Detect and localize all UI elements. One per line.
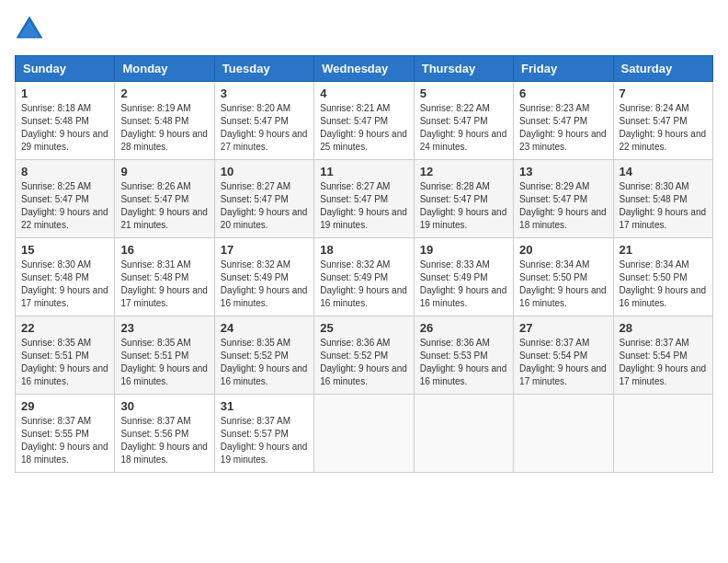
calendar-day-cell: 24 Sunrise: 8:35 AMSunset: 5:52 PMDaylig… (214, 316, 313, 395)
calendar-day-cell: 21 Sunrise: 8:34 AMSunset: 5:50 PMDaylig… (613, 238, 712, 316)
day-info: Sunrise: 8:27 AMSunset: 5:47 PMDaylight:… (221, 181, 308, 230)
calendar-day-cell: 3 Sunrise: 8:20 AMSunset: 5:47 PMDayligh… (214, 82, 313, 160)
day-number: 9 (120, 165, 208, 178)
day-number: 13 (519, 165, 607, 178)
calendar-day-cell (414, 395, 513, 473)
calendar-day-cell: 9 Sunrise: 8:26 AMSunset: 5:47 PMDayligh… (115, 160, 214, 238)
calendar-day-cell: 29 Sunrise: 8:37 AMSunset: 5:55 PMDaylig… (16, 395, 115, 473)
day-info: Sunrise: 8:37 AMSunset: 5:54 PMDaylight:… (620, 338, 707, 386)
day-number: 20 (519, 243, 607, 257)
day-info: Sunrise: 8:21 AMSunset: 5:47 PMDaylight:… (320, 103, 407, 152)
calendar-header-cell: Tuesday (214, 56, 313, 82)
logo (15, 15, 48, 44)
calendar-day-cell (514, 395, 613, 473)
day-info: Sunrise: 8:35 AMSunset: 5:52 PMDaylight:… (221, 338, 308, 386)
day-number: 1 (21, 86, 108, 100)
calendar-header-cell: Wednesday (314, 56, 414, 82)
day-number: 24 (221, 321, 308, 335)
day-number: 3 (221, 86, 308, 100)
calendar-day-cell: 2 Sunrise: 8:19 AMSunset: 5:48 PMDayligh… (115, 82, 214, 160)
calendar-day-cell: 18 Sunrise: 8:32 AMSunset: 5:49 PMDaylig… (314, 238, 414, 316)
day-info: Sunrise: 8:32 AMSunset: 5:49 PMDaylight:… (221, 259, 308, 308)
day-info: Sunrise: 8:19 AMSunset: 5:48 PMDaylight:… (120, 103, 208, 152)
calendar-week-row: 8 Sunrise: 8:25 AMSunset: 5:47 PMDayligh… (16, 160, 713, 238)
calendar-day-cell: 22 Sunrise: 8:35 AMSunset: 5:51 PMDaylig… (16, 316, 115, 395)
calendar-week-row: 15 Sunrise: 8:30 AMSunset: 5:48 PMDaylig… (16, 238, 713, 316)
calendar-header-cell: Saturday (613, 56, 712, 82)
day-number: 5 (420, 86, 507, 100)
calendar-day-cell: 31 Sunrise: 8:37 AMSunset: 5:57 PMDaylig… (214, 395, 313, 473)
day-info: Sunrise: 8:37 AMSunset: 5:55 PMDaylight:… (21, 416, 108, 465)
day-number: 12 (420, 165, 507, 178)
day-info: Sunrise: 8:25 AMSunset: 5:47 PMDaylight:… (21, 181, 108, 230)
day-number: 8 (21, 165, 108, 178)
day-info: Sunrise: 8:35 AMSunset: 5:51 PMDaylight:… (120, 338, 208, 386)
day-info: Sunrise: 8:36 AMSunset: 5:53 PMDaylight:… (420, 338, 507, 386)
day-info: Sunrise: 8:29 AMSunset: 5:47 PMDaylight:… (519, 181, 607, 230)
calendar-day-cell: 28 Sunrise: 8:37 AMSunset: 5:54 PMDaylig… (613, 316, 712, 395)
day-info: Sunrise: 8:37 AMSunset: 5:57 PMDaylight:… (221, 416, 308, 465)
day-number: 19 (420, 243, 507, 257)
day-info: Sunrise: 8:24 AMSunset: 5:47 PMDaylight:… (620, 103, 707, 152)
day-number: 11 (320, 165, 407, 178)
calendar-day-cell: 20 Sunrise: 8:34 AMSunset: 5:50 PMDaylig… (514, 238, 613, 316)
day-number: 26 (420, 321, 507, 335)
day-info: Sunrise: 8:23 AMSunset: 5:47 PMDaylight:… (519, 103, 607, 152)
calendar-week-row: 1 Sunrise: 8:18 AMSunset: 5:48 PMDayligh… (16, 82, 713, 160)
day-number: 17 (221, 243, 308, 257)
day-info: Sunrise: 8:18 AMSunset: 5:48 PMDaylight:… (21, 103, 108, 152)
day-number: 4 (320, 86, 407, 100)
day-number: 2 (120, 86, 208, 100)
day-info: Sunrise: 8:32 AMSunset: 5:49 PMDaylight:… (320, 259, 407, 308)
day-number: 25 (320, 321, 407, 335)
day-info: Sunrise: 8:34 AMSunset: 5:50 PMDaylight:… (620, 259, 707, 308)
calendar-body: 1 Sunrise: 8:18 AMSunset: 5:48 PMDayligh… (16, 82, 713, 473)
day-number: 15 (21, 243, 108, 257)
day-info: Sunrise: 8:34 AMSunset: 5:50 PMDaylight:… (519, 259, 607, 308)
calendar-day-cell (314, 395, 414, 473)
day-number: 27 (519, 321, 607, 335)
logo-icon (15, 15, 44, 44)
calendar-day-cell: 25 Sunrise: 8:36 AMSunset: 5:52 PMDaylig… (314, 316, 414, 395)
calendar-day-cell: 23 Sunrise: 8:35 AMSunset: 5:51 PMDaylig… (115, 316, 214, 395)
day-number: 22 (21, 321, 108, 335)
calendar-header-cell: Monday (115, 56, 214, 82)
day-number: 14 (620, 165, 707, 178)
day-info: Sunrise: 8:37 AMSunset: 5:54 PMDaylight:… (519, 338, 607, 386)
calendar-day-cell: 1 Sunrise: 8:18 AMSunset: 5:48 PMDayligh… (16, 82, 115, 160)
calendar-day-cell: 16 Sunrise: 8:31 AMSunset: 5:48 PMDaylig… (115, 238, 214, 316)
day-info: Sunrise: 8:33 AMSunset: 5:49 PMDaylight:… (420, 259, 507, 308)
calendar-day-cell: 10 Sunrise: 8:27 AMSunset: 5:47 PMDaylig… (214, 160, 313, 238)
calendar-day-cell: 11 Sunrise: 8:27 AMSunset: 5:47 PMDaylig… (314, 160, 414, 238)
day-number: 16 (120, 243, 208, 257)
page-header (15, 15, 713, 44)
calendar-day-cell: 15 Sunrise: 8:30 AMSunset: 5:48 PMDaylig… (16, 238, 115, 316)
calendar-week-row: 22 Sunrise: 8:35 AMSunset: 5:51 PMDaylig… (16, 316, 713, 395)
day-info: Sunrise: 8:31 AMSunset: 5:48 PMDaylight:… (120, 259, 208, 308)
day-number: 6 (519, 86, 607, 100)
calendar-day-cell: 7 Sunrise: 8:24 AMSunset: 5:47 PMDayligh… (613, 82, 712, 160)
day-number: 18 (320, 243, 407, 257)
day-info: Sunrise: 8:20 AMSunset: 5:47 PMDaylight:… (221, 103, 308, 152)
calendar-day-cell: 6 Sunrise: 8:23 AMSunset: 5:47 PMDayligh… (514, 82, 613, 160)
day-info: Sunrise: 8:37 AMSunset: 5:56 PMDaylight:… (120, 416, 208, 465)
day-number: 30 (120, 399, 208, 413)
calendar-header-cell: Sunday (16, 56, 115, 82)
day-number: 29 (21, 399, 108, 413)
day-info: Sunrise: 8:28 AMSunset: 5:47 PMDaylight:… (420, 181, 507, 230)
calendar-day-cell: 19 Sunrise: 8:33 AMSunset: 5:49 PMDaylig… (414, 238, 513, 316)
day-info: Sunrise: 8:30 AMSunset: 5:48 PMDaylight:… (21, 259, 108, 308)
day-info: Sunrise: 8:26 AMSunset: 5:47 PMDaylight:… (120, 181, 208, 230)
day-info: Sunrise: 8:22 AMSunset: 5:47 PMDaylight:… (420, 103, 507, 152)
calendar-day-cell: 8 Sunrise: 8:25 AMSunset: 5:47 PMDayligh… (16, 160, 115, 238)
calendar-day-cell: 12 Sunrise: 8:28 AMSunset: 5:47 PMDaylig… (414, 160, 513, 238)
calendar-week-row: 29 Sunrise: 8:37 AMSunset: 5:55 PMDaylig… (16, 395, 713, 473)
day-number: 7 (620, 86, 707, 100)
day-number: 31 (221, 399, 308, 413)
calendar-header-cell: Thursday (414, 56, 513, 82)
calendar-header-cell: Friday (514, 56, 613, 82)
calendar-day-cell: 17 Sunrise: 8:32 AMSunset: 5:49 PMDaylig… (214, 238, 313, 316)
calendar-table: SundayMondayTuesdayWednesdayThursdayFrid… (15, 55, 713, 473)
calendar-header-row: SundayMondayTuesdayWednesdayThursdayFrid… (16, 56, 713, 82)
calendar-day-cell: 13 Sunrise: 8:29 AMSunset: 5:47 PMDaylig… (514, 160, 613, 238)
